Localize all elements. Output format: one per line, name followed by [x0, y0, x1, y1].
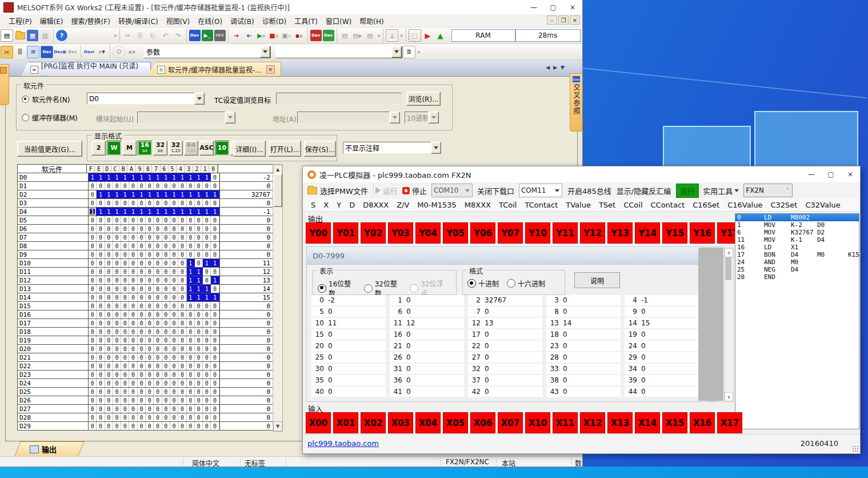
d-register-cell[interactable]: 310	[390, 364, 464, 374]
selection-mode-icon[interactable]: ⬚	[409, 29, 421, 42]
bit-cell[interactable]: 0	[138, 242, 146, 250]
parameter-combobox[interactable]: 参数	[144, 46, 271, 58]
menu-item[interactable]: 工具(T)	[290, 15, 322, 27]
dropdown-icon[interactable]	[463, 184, 472, 197]
bit-cell[interactable]: 0	[146, 182, 154, 190]
bit-cell[interactable]: 1	[187, 208, 195, 216]
bit-cell[interactable]: 0	[146, 345, 154, 353]
bit-cell[interactable]: 0	[121, 199, 129, 207]
bit-cell[interactable]: 0	[146, 310, 154, 318]
device-name-cell[interactable]: D27	[18, 405, 89, 413]
cut-icon[interactable]: ✂	[122, 30, 134, 41]
trace-icon[interactable]: ▤▸	[352, 30, 363, 41]
bit-cell[interactable]: 0	[121, 225, 129, 233]
bit-cell[interactable]: 0	[105, 362, 113, 370]
radio-icon[interactable]	[467, 279, 476, 288]
menu-item[interactable]: 工程(P)	[5, 15, 36, 27]
bit-cell[interactable]: 0	[203, 422, 211, 430]
d-register-cell[interactable]: 50	[311, 306, 386, 317]
bit-cell[interactable]: 0	[211, 345, 219, 353]
radio-icon[interactable]	[318, 284, 326, 293]
nav-item-ccoil[interactable]: CCoil	[623, 201, 642, 209]
bit-cell[interactable]: 0	[138, 319, 146, 327]
help-icon[interactable]: ?	[56, 30, 67, 41]
device-name-cell[interactable]: D8	[18, 242, 89, 250]
scrollbar-thumb[interactable]	[725, 257, 731, 280]
toolbar-overflow-icon[interactable]: »	[378, 33, 381, 38]
output-button-y04[interactable]: Y04	[415, 222, 441, 244]
input-button-x17[interactable]: X17	[717, 412, 742, 433]
read-plc-icon[interactable]: ➜	[243, 30, 255, 41]
bit-cell[interactable]: 0	[121, 233, 129, 241]
utility-menu-button[interactable]: 实用工具	[703, 185, 733, 196]
bit-cell[interactable]: 0	[203, 353, 211, 361]
address-combobox[interactable]	[297, 111, 400, 124]
scroll-up-icon[interactable]: ∧	[725, 248, 733, 257]
bit-cell[interactable]: 0	[121, 371, 129, 379]
bit-cell[interactable]: 0	[195, 388, 203, 396]
bit-cell[interactable]: 0	[170, 276, 178, 284]
bit-cell[interactable]: 0	[203, 225, 211, 233]
bit-cell[interactable]: 0	[105, 405, 113, 413]
value-cell[interactable]: 0	[219, 379, 273, 387]
bit-cell[interactable]: 0	[113, 388, 121, 396]
bit-cell[interactable]: 0	[162, 336, 170, 344]
instruction-row[interactable]: 24ANDM0	[735, 258, 859, 266]
bit-cell[interactable]: 0	[178, 422, 186, 430]
bit-cell[interactable]: 0	[97, 422, 105, 430]
bit-cell[interactable]: 0	[113, 371, 121, 379]
scrollbar-thumb[interactable]	[273, 174, 282, 207]
bit-cell[interactable]: 0	[97, 216, 105, 224]
menu-item[interactable]: 帮助(H)	[355, 15, 387, 27]
bit-cell[interactable]: 0	[211, 173, 219, 181]
device-name-cell[interactable]: D7	[18, 233, 89, 241]
bit-cell[interactable]: 0	[138, 285, 146, 293]
bit-cell[interactable]: 0	[162, 225, 170, 233]
run-button[interactable]: 运行	[383, 185, 398, 196]
bit-cell[interactable]: 0	[211, 353, 219, 361]
bit-cell[interactable]: 0	[154, 276, 162, 284]
bit-cell[interactable]: 0	[113, 268, 121, 276]
bit-cell[interactable]: 0	[97, 388, 105, 396]
output-button-y06[interactable]: Y06	[470, 222, 495, 244]
bit-cell[interactable]: 0	[203, 276, 211, 284]
mdi-restore-button[interactable]: ❐	[558, 15, 569, 25]
bit-cell[interactable]: 0	[187, 405, 195, 413]
value-cell[interactable]: 11	[219, 259, 273, 267]
bit-cell[interactable]: 0	[187, 250, 195, 258]
bit-cell[interactable]: 0	[178, 328, 186, 336]
select-pmw-button[interactable]: 选择PMW文件	[320, 185, 368, 196]
bit-cell[interactable]: 0	[89, 250, 97, 258]
bit-cell[interactable]: 0	[170, 199, 178, 207]
bit-cell[interactable]: 1	[97, 173, 105, 181]
close-button[interactable]: ×	[563, 1, 582, 14]
bit-cell[interactable]: 0	[203, 405, 211, 413]
d-register-cell[interactable]: 190	[625, 329, 699, 340]
bit-cell[interactable]: 1	[211, 259, 219, 267]
value-cell[interactable]: -1	[219, 208, 273, 216]
output-button-y03[interactable]: Y03	[388, 222, 413, 244]
radio-option-[interactable]: 十六进制	[507, 278, 545, 288]
bit-cell[interactable]: 0	[138, 405, 146, 413]
left-dock-tab[interactable]	[0, 64, 9, 105]
bit-cell[interactable]: 0	[203, 310, 211, 318]
bit-cell[interactable]: 0	[178, 310, 186, 318]
bit-cell[interactable]: 0	[89, 190, 97, 198]
bit-cell[interactable]: 0	[170, 302, 178, 310]
bit-cell[interactable]: 0	[113, 199, 121, 207]
bit-cell[interactable]: 0	[162, 413, 170, 421]
bit-cell[interactable]: 0	[170, 328, 178, 336]
bit-cell[interactable]: 0	[129, 182, 137, 190]
device-comment-icon[interactable]: Dev	[41, 46, 53, 58]
hint-icon[interactable]: ʘ	[113, 46, 125, 58]
bit-cell[interactable]: 1	[195, 276, 203, 284]
bit-cell[interactable]: 0	[138, 182, 146, 190]
resize-grip[interactable]	[852, 445, 859, 452]
bit-cell[interactable]: 0	[170, 336, 178, 344]
device-name-cell[interactable]: D15	[18, 302, 89, 310]
dropdown-icon[interactable]	[429, 111, 439, 124]
bit-cell[interactable]: 0	[211, 250, 219, 258]
bit-cell[interactable]: 1	[203, 259, 211, 267]
bit-cell[interactable]: 1	[203, 285, 211, 293]
bit-cell[interactable]: 0	[170, 233, 178, 241]
